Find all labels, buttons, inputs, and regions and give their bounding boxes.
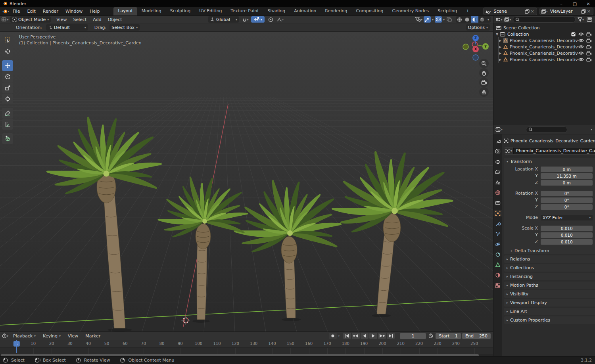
workspace-tab-sculpting[interactable]: Sculpting <box>166 7 195 15</box>
expand-icon[interactable]: ▶ <box>499 52 503 55</box>
copy-icon[interactable] <box>525 9 530 14</box>
new-collection-icon[interactable] <box>586 16 593 23</box>
shading-material-button[interactable] <box>471 16 478 23</box>
use-preview-range-icon[interactable] <box>427 333 434 339</box>
panel-header-collections[interactable]: ▸Collections⠿ <box>504 264 595 272</box>
timeline-menu-view[interactable]: View <box>64 331 82 340</box>
play-reverse-button[interactable] <box>361 333 369 339</box>
hide-eye-icon[interactable] <box>578 32 584 36</box>
xray-toggle[interactable] <box>446 16 453 23</box>
properties-tab-physics[interactable] <box>493 241 502 247</box>
tool-move[interactable] <box>2 60 13 71</box>
shading-wireframe-button[interactable] <box>456 16 463 23</box>
minimize-button[interactable]: – <box>555 0 568 7</box>
viewport-menu-select[interactable]: Select <box>70 15 90 24</box>
properties-tab-object-data[interactable] <box>493 261 502 268</box>
tool-scale[interactable] <box>2 82 13 93</box>
viewport-menu-view[interactable]: View <box>53 15 70 24</box>
play-next-keyframe-button[interactable] <box>378 333 386 339</box>
properties-tab-world[interactable] <box>493 189 502 196</box>
auto-keying-icon[interactable] <box>329 333 337 339</box>
jump-to-end-button[interactable] <box>387 333 395 339</box>
workspace-tab-geometry-nodes[interactable]: Geometry Nodes <box>388 7 433 15</box>
mode-selector[interactable]: Object Mode▾ <box>10 16 51 23</box>
workspace-tab-scripting[interactable]: Scripting <box>433 7 461 15</box>
tool-add-primitive[interactable] <box>2 133 13 144</box>
palm-tree-1[interactable] <box>46 115 162 331</box>
menu-render[interactable]: Render <box>39 7 62 16</box>
perspective-toggle-button[interactable] <box>479 87 489 97</box>
tool-annotate[interactable] <box>2 108 13 119</box>
outliner-row-object[interactable]: ▶Phoenix_Canariensis_Decorative_Ga <box>493 37 595 44</box>
properties-tab-scene[interactable] <box>493 179 502 186</box>
palm-tree-4[interactable] <box>157 175 249 323</box>
hide-eye-icon[interactable] <box>578 51 584 55</box>
viewport-menu-add[interactable]: Add <box>90 15 104 24</box>
panel-header-instancing[interactable]: ▸Instancing⠿ <box>504 273 595 280</box>
properties-tab-texture[interactable] <box>493 282 502 289</box>
proportional-editing-icon[interactable] <box>267 16 274 23</box>
outliner-scope-icon[interactable]: ▾ <box>504 16 511 23</box>
properties-tab-constraints[interactable] <box>493 251 502 258</box>
outliner-search[interactable] <box>513 16 576 23</box>
timeline-track[interactable] <box>0 348 493 354</box>
workspace-tab-texture-paint[interactable]: Texture Paint <box>226 7 263 15</box>
jump-to-start-button[interactable] <box>343 333 351 339</box>
delta-transform-panel-header[interactable]: ▸Delta Transform <box>504 247 595 254</box>
orientation-dropdown[interactable]: Default▾ <box>46 24 88 31</box>
outliner-display-mode[interactable]: ▾ <box>495 16 503 23</box>
snap-target-icon[interactable]: ▾ <box>242 16 249 23</box>
scene-name[interactable]: Scene <box>491 9 525 14</box>
workspace-tab-animation[interactable]: Animation <box>290 7 321 15</box>
timeline-menu-keying[interactable]: Keying ▾ <box>39 331 64 340</box>
properties-options-icon[interactable]: ▾ <box>591 128 592 131</box>
camera-view-button[interactable] <box>479 78 489 87</box>
gizmo-neg-z[interactable] <box>473 55 478 60</box>
value-field[interactable]: 11.353 m <box>541 173 593 179</box>
panel-header-custom-properties[interactable]: ▸Custom Properties⠿ <box>504 316 595 324</box>
outliner-filter-icon[interactable]: ▾ <box>577 16 584 23</box>
tool-cursor[interactable] <box>2 46 13 57</box>
timeline-menu-playback[interactable]: Playback ▾ <box>10 331 39 340</box>
shading-solid-button[interactable] <box>463 16 471 23</box>
outliner-row-object[interactable]: ▶Phoenix_Canariensis_Decorative_Ga <box>493 50 595 56</box>
proportional-falloff-icon[interactable]: ▾ <box>276 16 284 23</box>
value-field[interactable]: 0.010 <box>541 232 593 238</box>
palm-tree-2[interactable] <box>331 149 454 317</box>
workspace-tab-compositing[interactable]: Compositing <box>352 7 388 15</box>
hide-eye-icon[interactable] <box>578 57 584 61</box>
properties-search[interactable] <box>526 126 567 133</box>
properties-tab-particles[interactable] <box>493 230 502 237</box>
pan-button[interactable] <box>479 68 489 78</box>
maximize-button[interactable]: ▢ <box>568 0 582 7</box>
outliner-row-collection[interactable]: ▼ Collection <box>493 31 595 37</box>
outliner-row-object[interactable]: ▶Phoenix_Canariensis_Decorative_Ga <box>493 56 595 63</box>
current-frame-field[interactable]: 1 <box>400 333 426 339</box>
render-visibility-icon[interactable] <box>586 45 592 49</box>
value-field[interactable]: 0.010 <box>541 226 593 231</box>
scene-selector[interactable]: ▾ Scene × <box>483 8 537 15</box>
show-gizmo-filter-icon[interactable]: ▾ <box>415 16 422 23</box>
drag-dropdown[interactable]: Select Box▾ <box>109 24 140 31</box>
viewlayer-selector[interactable]: ▾ ViewLayer × <box>539 8 593 15</box>
workspace-tab-rendering[interactable]: Rendering <box>321 7 351 15</box>
play-button[interactable] <box>369 333 377 339</box>
render-visibility-icon[interactable] <box>586 51 592 56</box>
menu-window[interactable]: Window <box>62 7 86 16</box>
editor-type-selector[interactable]: ▾ <box>2 16 9 23</box>
value-field[interactable]: 0° <box>541 191 593 196</box>
timeline-menu-marker[interactable]: Marker <box>82 331 104 340</box>
copy-icon[interactable] <box>581 9 586 14</box>
panel-header-viewport-display[interactable]: ▸Viewport Display⠿ <box>504 299 595 307</box>
viewport-menu-object[interactable]: Object <box>105 15 125 24</box>
panel-header-visibility[interactable]: ▸Visibility⠿ <box>504 290 595 298</box>
panel-header-relations[interactable]: ▸Relations⠿ <box>504 255 595 263</box>
transform-orientation-dropdown[interactable]: Global▾ <box>208 16 239 23</box>
workspace-tab-layout[interactable]: Layout <box>113 7 137 15</box>
options-button[interactable]: Options▾ <box>466 24 490 31</box>
frame-start-field[interactable]: Start1 <box>436 333 461 339</box>
properties-tab-tool[interactable] <box>493 138 502 144</box>
blender-menu-icon[interactable]: ▾ <box>2 8 9 15</box>
collection-checkbox[interactable] <box>571 32 576 36</box>
workspace-tab-shading[interactable]: Shading <box>263 7 290 15</box>
